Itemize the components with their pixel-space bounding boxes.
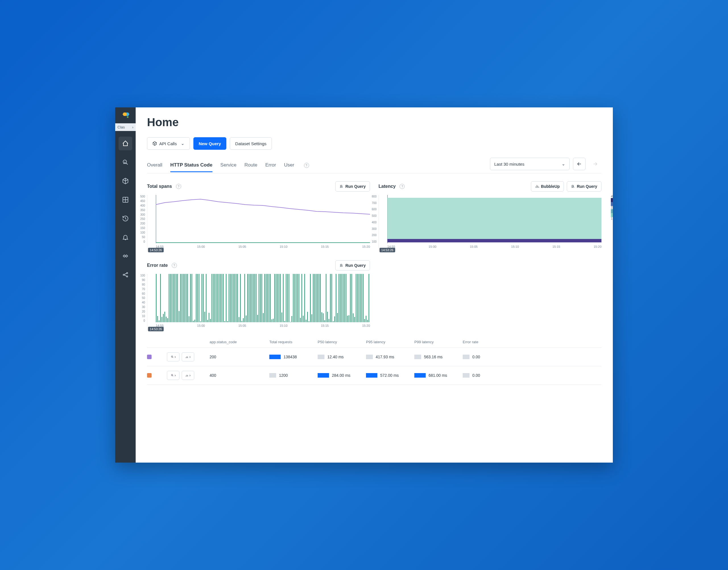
sidebar-item-explore[interactable] bbox=[119, 156, 132, 169]
time-marker: 14:53:26 bbox=[148, 248, 164, 252]
cube-icon bbox=[152, 141, 157, 146]
breadcrumb[interactable]: Clas › bbox=[115, 123, 136, 131]
sidebar-item-datasets[interactable] bbox=[119, 174, 132, 188]
svg-rect-137 bbox=[331, 274, 332, 322]
svg-rect-89 bbox=[263, 313, 264, 322]
row-chart-button[interactable]: › bbox=[182, 352, 194, 361]
svg-rect-142 bbox=[339, 274, 340, 322]
help-icon[interactable]: ? bbox=[399, 184, 405, 189]
app-window: Clas › bbox=[115, 107, 613, 463]
svg-rect-54 bbox=[213, 274, 214, 322]
svg-rect-31 bbox=[180, 274, 181, 322]
tab-error[interactable]: Error bbox=[265, 159, 276, 172]
sidebar-item-teams[interactable] bbox=[119, 249, 132, 263]
svg-rect-160 bbox=[364, 319, 365, 322]
svg-rect-154 bbox=[356, 274, 357, 322]
row-query-button[interactable]: › bbox=[167, 352, 179, 361]
svg-rect-40 bbox=[193, 321, 194, 322]
time-marker: 14:53:26 bbox=[380, 248, 395, 252]
svg-rect-145 bbox=[343, 274, 344, 322]
help-icon[interactable]: ? bbox=[172, 263, 177, 268]
svg-rect-121 bbox=[309, 321, 309, 322]
bar-chart-icon bbox=[185, 355, 189, 359]
tab-overall[interactable]: Overall bbox=[147, 159, 162, 172]
svg-rect-157 bbox=[360, 274, 361, 322]
tab-service[interactable]: Service bbox=[220, 159, 236, 172]
svg-rect-14 bbox=[156, 274, 157, 322]
sidebar-item-history[interactable] bbox=[119, 212, 132, 225]
svg-rect-133 bbox=[326, 274, 327, 322]
svg-rect-84 bbox=[256, 274, 256, 322]
breadcrumb-label: Clas bbox=[118, 125, 125, 129]
heatmap-legend: 450 225 1 bbox=[611, 195, 613, 220]
tab-route[interactable]: Route bbox=[244, 159, 257, 172]
svg-rect-149 bbox=[349, 315, 350, 322]
sidebar-item-boards[interactable] bbox=[119, 193, 132, 207]
svg-rect-56 bbox=[216, 274, 217, 322]
svg-rect-20 bbox=[164, 312, 165, 322]
svg-rect-134 bbox=[327, 312, 328, 322]
svg-rect-97 bbox=[275, 274, 275, 322]
svg-rect-86 bbox=[258, 274, 259, 322]
plot-area[interactable] bbox=[156, 195, 370, 243]
svg-rect-67 bbox=[231, 274, 232, 322]
time-forward-button[interactable] bbox=[589, 158, 601, 170]
svg-rect-143 bbox=[340, 274, 341, 322]
plot-area[interactable] bbox=[156, 274, 370, 322]
run-query-button[interactable]: Run Query bbox=[335, 181, 370, 192]
help-icon[interactable]: ? bbox=[176, 184, 181, 189]
svg-rect-109 bbox=[292, 316, 292, 322]
query-icon bbox=[340, 263, 344, 267]
new-query-button[interactable]: New Query bbox=[193, 137, 226, 150]
run-query-button[interactable]: Run Query bbox=[567, 181, 601, 192]
logo bbox=[120, 110, 131, 121]
plot-area[interactable] bbox=[387, 195, 601, 243]
bar-icon bbox=[269, 373, 276, 378]
svg-rect-111 bbox=[294, 274, 295, 322]
bar-chart-icon bbox=[185, 374, 189, 377]
cell-total-requests: 1200 bbox=[279, 373, 288, 378]
svg-rect-15 bbox=[157, 316, 158, 322]
col-p99: P99 latency bbox=[414, 340, 460, 344]
dataset-label: API Calls bbox=[159, 141, 177, 146]
svg-rect-120 bbox=[307, 312, 308, 322]
svg-rect-21 bbox=[166, 317, 167, 322]
svg-rect-119 bbox=[306, 320, 307, 322]
svg-rect-75 bbox=[243, 318, 244, 322]
chevron-down-icon: ⌄ bbox=[181, 141, 185, 146]
svg-rect-35 bbox=[186, 274, 187, 322]
svg-rect-128 bbox=[319, 274, 319, 322]
svg-rect-115 bbox=[300, 318, 301, 322]
sidebar-item-alerts[interactable] bbox=[119, 231, 132, 244]
row-query-button[interactable]: › bbox=[167, 371, 179, 380]
row-chart-button[interactable]: › bbox=[182, 371, 194, 380]
time-range-selector[interactable]: Last 30 minutes ⌄ bbox=[490, 158, 570, 170]
home-icon bbox=[122, 140, 129, 147]
svg-point-6 bbox=[127, 273, 128, 274]
chart-total-spans: Total spans ? Run Query 5004504003503002… bbox=[147, 181, 370, 252]
time-back-button[interactable] bbox=[573, 158, 585, 170]
chart-title: Total spans bbox=[147, 184, 172, 189]
svg-rect-39 bbox=[192, 274, 193, 322]
main-content: Home API Calls ⌄ New Query Dataset Setti… bbox=[136, 107, 613, 463]
dataset-settings-button[interactable]: Dataset Settings bbox=[230, 137, 272, 150]
svg-rect-36 bbox=[187, 274, 188, 322]
sidebar-item-home[interactable] bbox=[119, 137, 132, 150]
tab-http-status-code[interactable]: HTTP Status Code bbox=[170, 159, 212, 172]
svg-rect-64 bbox=[227, 321, 228, 322]
sidebar-item-integrations[interactable] bbox=[119, 268, 132, 282]
tabs-row: Overall HTTP Status Code Service Route E… bbox=[147, 158, 601, 173]
tab-user[interactable]: User bbox=[284, 159, 294, 172]
svg-rect-156 bbox=[359, 274, 359, 322]
svg-point-10 bbox=[572, 185, 574, 187]
bubble-up-button[interactable]: BubbleUp bbox=[531, 181, 564, 192]
bar-icon bbox=[463, 373, 470, 378]
y-axis: 800700600500400300200100 bbox=[376, 195, 384, 243]
run-query-button[interactable]: Run Query bbox=[335, 260, 370, 271]
dataset-selector[interactable]: API Calls ⌄ bbox=[147, 137, 190, 150]
grid-icon bbox=[122, 196, 129, 203]
svg-rect-78 bbox=[247, 274, 248, 322]
chart-error-rate: Error rate ? Run Query 10090807060504030… bbox=[147, 260, 370, 331]
svg-rect-63 bbox=[226, 274, 227, 322]
help-icon[interactable]: ? bbox=[304, 163, 309, 168]
